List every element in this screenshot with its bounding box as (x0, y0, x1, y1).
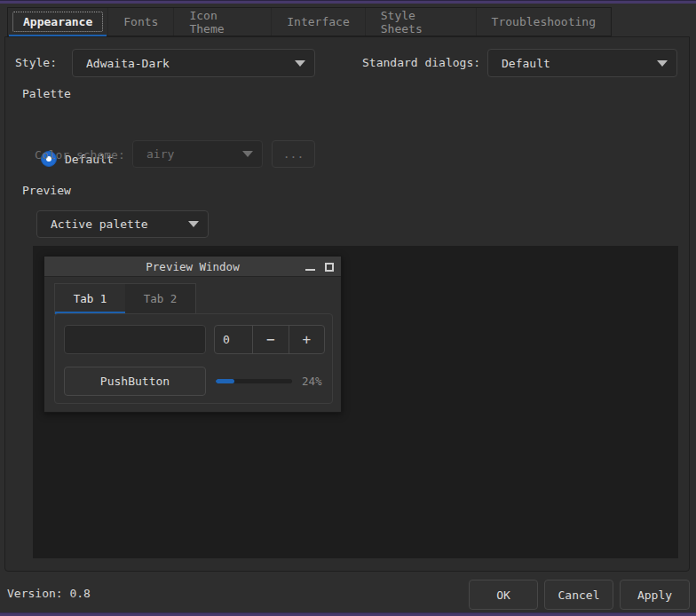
chevron-down-icon (188, 221, 199, 227)
apply-button[interactable]: Apply (620, 580, 690, 610)
chevron-down-icon (657, 60, 668, 67)
spinbox-increment-button[interactable]: + (289, 326, 325, 353)
preview-progress-bar (216, 379, 292, 383)
version-label: Version: 0.8 (7, 587, 91, 600)
browse-button-label: ... (283, 147, 304, 161)
tab-troubleshooting[interactable]: Troubleshooting (477, 8, 611, 36)
tab-label: Troubleshooting (492, 15, 596, 28)
tab-style-sheets[interactable]: Style Sheets (366, 8, 477, 36)
desktop-edge-top (0, 0, 696, 4)
color-scheme-label: Color scheme: (35, 148, 125, 162)
preview-tab-bar: Tab 1 Tab 2 (54, 283, 196, 314)
spinbox-value[interactable]: 0 (215, 326, 252, 353)
tab-appearance[interactable]: Appearance (8, 8, 108, 36)
main-tab-bar: Appearance Fonts Icon Theme Interface St… (7, 7, 612, 36)
preview-mode-combobox[interactable]: Active palette (36, 210, 209, 238)
appearance-tab-pane: Style: Adwaita-Dark Standard dialogs: De… (4, 36, 690, 572)
preview-group-frame: 0 − + PushButton 24% (54, 313, 333, 404)
minimize-icon[interactable] (305, 269, 315, 271)
tab-icon-theme[interactable]: Icon Theme (174, 8, 272, 36)
style-combobox[interactable]: Adwaita-Dark (72, 49, 315, 77)
preview-tab-2[interactable]: Tab 2 (125, 284, 195, 313)
tab-label: Interface (287, 15, 349, 28)
tab-fonts[interactable]: Fonts (108, 8, 174, 36)
focus-rect (12, 12, 103, 32)
standard-dialogs-combobox-value: Default (502, 57, 650, 70)
chevron-down-icon (295, 60, 305, 67)
standard-dialogs-label: Standard dialogs: (362, 56, 480, 69)
standard-dialogs-combobox[interactable]: Default (487, 49, 677, 77)
preview-tab-1[interactable]: Tab 1 (55, 284, 125, 313)
preview-mdi-area: Preview Window Tab 1 Tab 2 (33, 246, 678, 558)
color-scheme-browse-button[interactable]: ... (272, 140, 315, 168)
preview-line-edit[interactable] (64, 325, 206, 354)
desktop-edge-bottom (0, 612, 696, 616)
tab-label: Icon Theme (189, 9, 256, 36)
tab-interface[interactable]: Interface (272, 8, 365, 36)
preview-window-controls (305, 257, 334, 277)
preview-push-button[interactable]: PushButton (64, 367, 206, 396)
tab-label: Fonts (123, 15, 158, 28)
preview-window-title: Preview Window (44, 260, 341, 273)
cancel-button[interactable]: Cancel (544, 580, 613, 610)
maximize-icon[interactable] (325, 263, 334, 272)
preview-spinbox: 0 − + (214, 325, 325, 354)
color-scheme-combobox-value: airy (146, 147, 235, 161)
style-label: Style: (15, 56, 57, 69)
preview-window-titlebar[interactable]: Preview Window (44, 257, 341, 277)
preview-tab-1-label: Tab 1 (74, 292, 107, 305)
spinbox-decrement-button[interactable]: − (252, 326, 289, 353)
chevron-down-icon (242, 151, 253, 157)
tab-label: Style Sheets (381, 9, 461, 36)
preview-section-label: Preview (22, 184, 71, 197)
preview-mode-combobox-value: Active palette (51, 217, 181, 231)
qt5ct-settings-window: Appearance Fonts Icon Theme Interface St… (0, 0, 696, 616)
style-combobox-value: Adwaita-Dark (86, 57, 288, 70)
progress-fill (216, 379, 234, 383)
ok-button[interactable]: OK (469, 580, 538, 610)
preview-tab-2-label: Tab 2 (144, 292, 178, 305)
color-scheme-combobox[interactable]: airy (132, 140, 263, 168)
palette-section-label: Palette (22, 87, 71, 100)
progress-percent-label: 24% (302, 375, 322, 388)
preview-window[interactable]: Preview Window Tab 1 Tab 2 (44, 256, 342, 413)
